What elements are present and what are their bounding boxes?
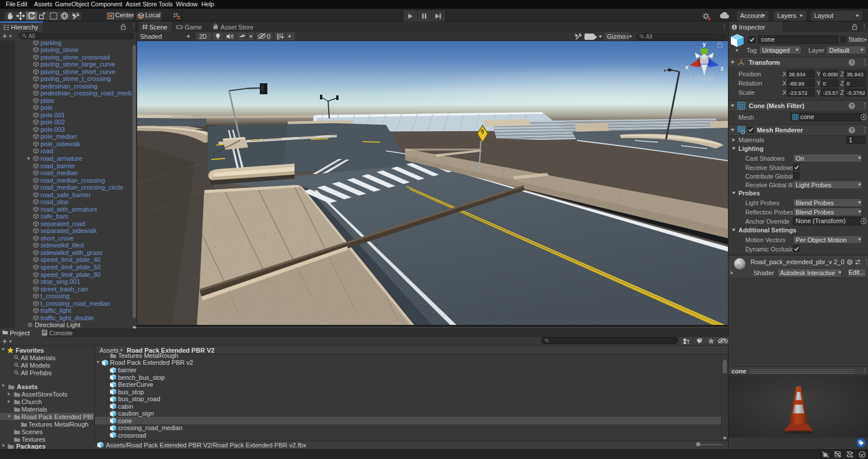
svg-text:z: z [720,65,724,72]
svg-text:?: ? [850,103,853,109]
svg-text:y: y [703,41,707,47]
svg-text:x: x [685,64,689,71]
svg-text:‹ Persp: ‹ Persp [690,73,714,82]
svg-text:?: ? [848,260,851,265]
svg-text:?: ? [850,127,853,133]
svg-text:?: ? [850,60,853,65]
